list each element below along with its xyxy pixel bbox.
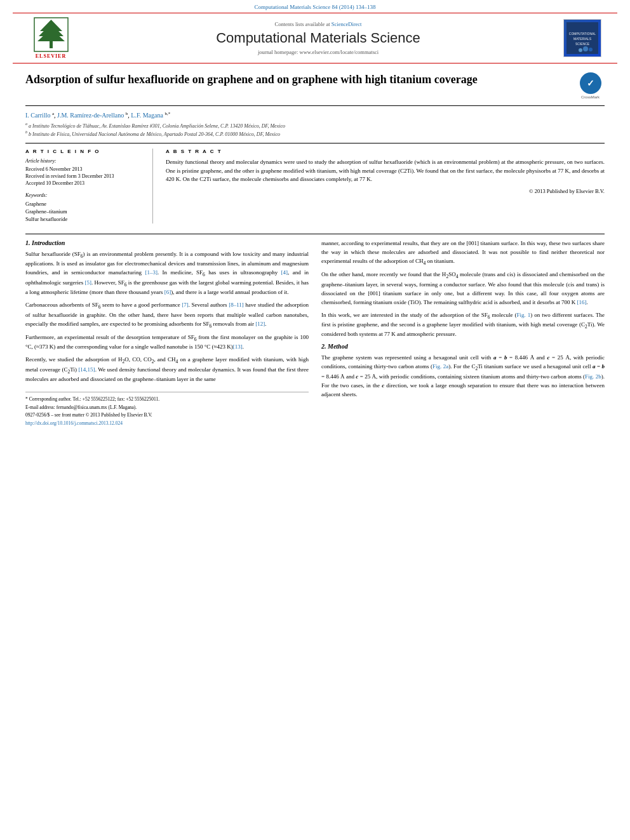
sciencedirect-link[interactable]: ScienceDirect [332, 21, 362, 27]
elsevier-label: ELSEVIER [36, 53, 66, 59]
ref-6[interactable]: [6] [164, 289, 171, 295]
sciencedirect-line: Contents lists available at ScienceDirec… [275, 21, 362, 27]
footnote-doi-prefix: 0927-0256/$ – see front matter © 2013 Pu… [25, 412, 309, 419]
vertical-divider [152, 149, 153, 223]
journal-center: Contents lists available at ScienceDirec… [76, 17, 560, 59]
authors-line: I. Carrillo a, J.M. Ramírez-de-Arellano … [25, 111, 605, 119]
keyword-graphene-titanium: Graphene–titanium [25, 208, 140, 215]
article-info-heading: A R T I C L E I N F O [25, 149, 140, 154]
journal-logo-icon: COMPUTATIONAL MATERIALS SCIENCE [566, 22, 598, 54]
ref-1-3[interactable]: [1–3] [145, 269, 158, 276]
fig1-link[interactable]: Fig. 1 [517, 312, 531, 318]
intro-para3: Furthermore, an experimental result of t… [25, 333, 309, 352]
ref-14-15[interactable]: [14,15] [78, 366, 95, 373]
svg-point-10 [579, 48, 582, 52]
article-info-abstract: A R T I C L E I N F O Article history: R… [25, 143, 605, 223]
method-title: 2. Method [321, 343, 605, 350]
ref-12[interactable]: [12] [255, 321, 265, 327]
journal-ref-text: Computational Materials Science 84 (2014… [254, 4, 375, 10]
ref-7[interactable]: [7] [182, 302, 189, 308]
svg-text:SCIENCE: SCIENCE [575, 42, 590, 46]
intro-para4: Recently, we studied the adsorption of H… [25, 356, 309, 384]
svg-text:MATERIALS: MATERIALS [573, 37, 592, 41]
elsevier-tree-icon [34, 17, 69, 52]
author-ramirez[interactable]: J.M. Ramírez-de-Arellano [57, 112, 124, 119]
crossmark: ✓ CrossMark [576, 72, 605, 99]
article-history-label: Article history: [25, 158, 140, 164]
received-date: Received 6 November 2013 [25, 166, 140, 172]
content-left: 1. Introduction Sulfur hexafluoride (SF6… [25, 239, 309, 428]
article-container: Adsorption of sulfur hexafluoride on gra… [0, 63, 630, 441]
keyword-sf6: Sulfur hexafluoride [25, 216, 140, 222]
author-magana[interactable]: L.F. Magana [131, 112, 163, 119]
received-revised-date: Received in revised form 3 December 2013 [25, 173, 140, 179]
journal-header: ELSEVIER Contents lists available at Sci… [13, 13, 617, 63]
journal-title: Computational Materials Science [216, 30, 420, 46]
journal-logo-right: COMPUTATIONAL MATERIALS SCIENCE [560, 17, 605, 59]
abstract-section: A B S T R A C T Density functional theor… [166, 149, 605, 223]
svg-point-11 [589, 48, 593, 51]
keywords-section: Keywords: Graphene Graphene–titanium Sul… [25, 192, 140, 222]
ref-4[interactable]: [4] [281, 269, 288, 276]
intro-right-para3: In this work, we are interested in the s… [321, 311, 605, 340]
intro-para1: Sulfur hexafluoride (SF6) is an environm… [25, 250, 309, 297]
method-para1: The graphene system was represented usin… [321, 354, 605, 399]
affiliation-b: b b Instituto de Física, Universidad Nac… [25, 130, 605, 138]
affiliations: a a Instituto Tecnológico de Tláhuac, Av… [25, 121, 605, 138]
keyword-graphene: Graphene [25, 201, 140, 207]
intro-right-para2: On the other hand, more recently we foun… [321, 270, 605, 307]
article-info: A R T I C L E I N F O Article history: R… [25, 149, 140, 223]
copyright-line: © 2013 Published by Elsevier B.V. [166, 188, 605, 194]
article-title: Adsorption of sulfur hexafluoride on gra… [25, 72, 570, 87]
footnote-section: * Corresponding author. Tel.: +52 555622… [25, 392, 309, 427]
article-title-section: Adsorption of sulfur hexafluoride on gra… [25, 72, 605, 106]
elsevier-logo: ELSEVIER [25, 17, 76, 59]
intro-right-para1: manner, according to experimental result… [321, 239, 605, 267]
footnote-corresponding: * Corresponding author. Tel.: +52 555622… [25, 396, 309, 403]
svg-point-9 [583, 46, 588, 51]
fig2b-link[interactable]: Fig. 2b [585, 373, 601, 380]
ref-5[interactable]: [5] [84, 279, 91, 286]
journal-reference: Computational Materials Science 84 (2014… [0, 0, 630, 13]
content-right: manner, according to experimental result… [321, 239, 605, 428]
crossmark-icon: ✓ [580, 72, 601, 94]
svg-text:COMPUTATIONAL: COMPUTATIONAL [569, 32, 596, 36]
intro-para2: Carbonaceous adsorbents of SF6 seem to h… [25, 301, 309, 330]
ref-16[interactable]: [16] [577, 299, 586, 305]
doi-link[interactable]: http://dx.doi.org/10.1016/j.commatsci.20… [25, 420, 123, 426]
ref-13[interactable]: [13] [233, 343, 243, 350]
footnote-email: E-mail address: fernando@fisica.unam.mx … [25, 404, 309, 411]
abstract-heading: A B S T R A C T [166, 149, 605, 154]
ref-8-11[interactable]: [8–11] [229, 302, 244, 308]
footnote-doi: http://dx.doi.org/10.1016/j.commatsci.20… [25, 420, 309, 427]
fig2a-link[interactable]: Fig. 2a [432, 363, 448, 370]
affiliation-a: a a Instituto Tecnológico de Tláhuac, Av… [25, 121, 605, 130]
keywords-heading: Keywords: [25, 192, 140, 198]
author-carrillo[interactable]: I. Carrillo [25, 112, 50, 119]
accepted-date: Accepted 10 December 2013 [25, 180, 140, 186]
journal-logo-box: COMPUTATIONAL MATERIALS SCIENCE [563, 19, 601, 57]
journal-homepage: journal homepage: www.elsevier.com/locat… [258, 49, 379, 55]
main-content: 1. Introduction Sulfur hexafluoride (SF6… [25, 234, 605, 428]
intro-title: 1. Introduction [25, 239, 309, 246]
abstract-text: Density functional theory and molecular … [166, 158, 605, 184]
crossmark-label: CrossMark [581, 95, 600, 99]
